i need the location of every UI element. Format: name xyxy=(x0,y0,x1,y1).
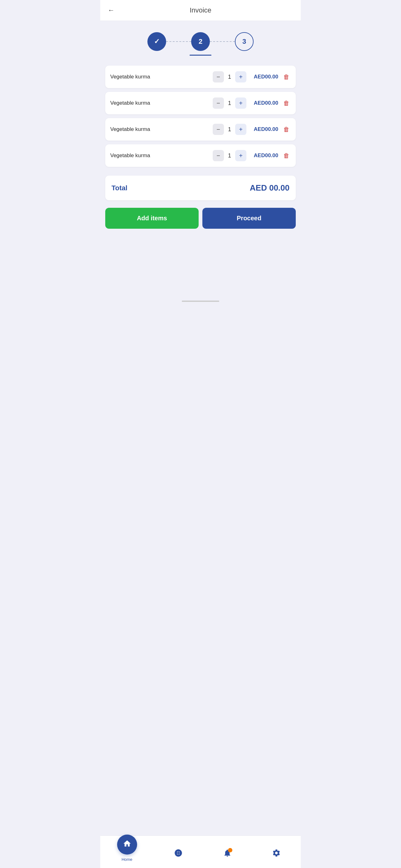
total-label: Total xyxy=(111,184,127,192)
decrement-button-4[interactable]: − xyxy=(213,150,224,161)
steps-container: ✓ 2 3 xyxy=(100,21,301,63)
item-price-2: AED00.00 xyxy=(250,100,278,106)
item-name-1: Vegetable kurma xyxy=(110,74,209,80)
add-items-button[interactable]: Add items xyxy=(105,208,199,229)
minus-icon-3: − xyxy=(216,126,220,133)
qty-controls-4: − 1 + xyxy=(213,150,246,161)
delete-button-1[interactable]: 🗑 xyxy=(282,72,291,82)
sidebar-item-home[interactable]: Home xyxy=(112,838,142,863)
qty-value-4: 1 xyxy=(227,153,232,159)
back-arrow-icon: ← xyxy=(108,6,114,14)
step-underline xyxy=(190,55,211,56)
items-section: Vegetable kurma − 1 + AED00.00 🗑 Vegetab… xyxy=(100,63,301,173)
list-item: Vegetable kurma − 1 + AED00.00 🗑 xyxy=(105,144,296,167)
notifications-nav-icon-wrap xyxy=(220,846,235,862)
total-value: AED 00.00 xyxy=(250,183,290,193)
plus-icon-3: + xyxy=(239,126,243,133)
list-item: Vegetable kurma − 1 + AED00.00 🗑 xyxy=(105,118,296,141)
step-2: 2 xyxy=(191,32,210,51)
plus-icon-2: + xyxy=(239,100,243,107)
delete-button-2[interactable]: 🗑 xyxy=(282,98,291,108)
sidebar-item-notifications[interactable] xyxy=(214,845,240,863)
increment-button-2[interactable]: + xyxy=(235,97,246,109)
settings-nav-icon-wrap xyxy=(269,846,284,862)
item-price-1: AED00.00 xyxy=(250,74,278,80)
trash-icon-1: 🗑 xyxy=(283,73,290,81)
proceed-button[interactable]: Proceed xyxy=(202,208,296,229)
decrement-button-2[interactable]: − xyxy=(213,97,224,109)
trash-icon-4: 🗑 xyxy=(283,152,290,159)
increment-button-1[interactable]: + xyxy=(235,71,246,83)
step-3: 3 xyxy=(235,32,254,51)
sidebar-item-dashboard[interactable] xyxy=(166,845,191,863)
minus-icon-1: − xyxy=(216,73,220,81)
plus-icon-1: + xyxy=(239,73,243,81)
trash-icon-2: 🗑 xyxy=(283,100,290,107)
home-icon xyxy=(123,839,132,850)
step-1: ✓ xyxy=(147,32,166,51)
home-nav-icon-wrap xyxy=(117,835,137,855)
step-line-2 xyxy=(210,41,235,42)
qty-controls-2: − 1 + xyxy=(213,97,246,109)
decrement-button-1[interactable]: − xyxy=(213,71,224,83)
item-price-4: AED00.00 xyxy=(250,153,278,159)
page-title: Invoice xyxy=(190,6,211,14)
notification-dot xyxy=(228,848,232,852)
decrement-button-3[interactable]: − xyxy=(213,124,224,135)
plus-icon-4: + xyxy=(239,152,243,159)
total-card: Total AED 00.00 xyxy=(105,176,296,200)
list-item: Vegetable kurma − 1 + AED00.00 🗑 xyxy=(105,66,296,88)
step-1-check-icon: ✓ xyxy=(154,37,160,45)
qty-value-3: 1 xyxy=(227,126,232,133)
sidebar-item-settings[interactable] xyxy=(264,845,289,863)
qty-controls-1: − 1 + xyxy=(213,71,246,83)
item-price-3: AED00.00 xyxy=(250,126,278,132)
qty-controls-3: − 1 + xyxy=(213,124,246,135)
home-indicator xyxy=(182,301,219,302)
home-nav-label: Home xyxy=(122,857,132,862)
delete-button-3[interactable]: 🗑 xyxy=(282,125,291,134)
trash-icon-3: 🗑 xyxy=(283,126,290,133)
steps-row: ✓ 2 3 xyxy=(147,32,254,51)
increment-button-4[interactable]: + xyxy=(235,150,246,161)
qty-value-1: 1 xyxy=(227,74,232,80)
increment-button-3[interactable]: + xyxy=(235,124,246,135)
action-buttons: Add items Proceed xyxy=(100,205,301,236)
item-name-2: Vegetable kurma xyxy=(110,100,209,106)
bell-wrap xyxy=(223,849,232,859)
step-3-label: 3 xyxy=(242,37,246,45)
step-line-1 xyxy=(166,41,191,42)
list-item: Vegetable kurma − 1 + AED00.00 🗑 xyxy=(105,92,296,114)
gear-icon xyxy=(272,849,281,859)
qty-value-2: 1 xyxy=(227,100,232,106)
delete-button-4[interactable]: 🗑 xyxy=(282,151,291,161)
dashboard-nav-icon-wrap xyxy=(170,846,186,862)
item-name-4: Vegetable kurma xyxy=(110,153,209,159)
bottom-nav: Home xyxy=(100,836,301,868)
minus-icon-2: − xyxy=(216,100,220,107)
step-2-label: 2 xyxy=(199,37,202,45)
back-button[interactable]: ← xyxy=(108,6,114,14)
dashboard-icon xyxy=(174,849,183,859)
header: ← Invoice xyxy=(100,0,301,21)
item-name-3: Vegetable kurma xyxy=(110,126,209,132)
minus-icon-4: − xyxy=(216,152,220,159)
